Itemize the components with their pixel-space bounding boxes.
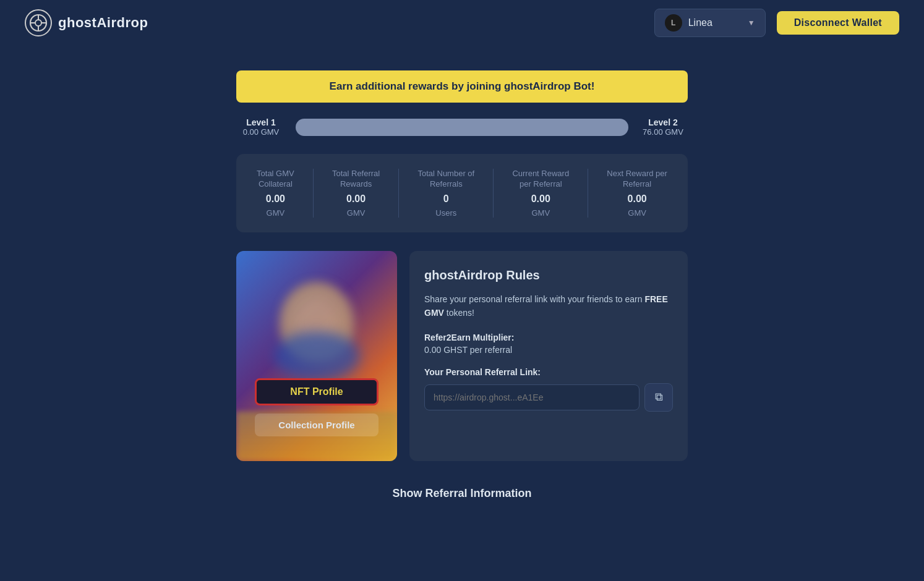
- nft-card: NFT Profile Collection Profile: [236, 251, 397, 461]
- network-avatar: L: [665, 14, 682, 32]
- stat-referral-rewards: Total ReferralRewards 0.00 GMV: [332, 169, 380, 218]
- stat-total-gmv-value: 0.00: [266, 193, 285, 205]
- divider-1: [313, 169, 314, 218]
- divider-4: [588, 169, 588, 218]
- referral-link-row: ⧉: [424, 383, 673, 412]
- logo-text: ghostAirdrop: [58, 15, 148, 31]
- stat-current-reward-label: Current Rewardper Referral: [512, 169, 569, 190]
- stat-num-referrals-label: Total Number ofReferrals: [417, 169, 474, 190]
- collection-profile-button[interactable]: Collection Profile: [255, 413, 379, 436]
- divider-3: [493, 169, 494, 218]
- stat-referral-rewards-value: 0.00: [346, 193, 366, 205]
- level2-label: Level 2 76.00 GMV: [638, 117, 688, 137]
- stat-next-reward-value: 0.00: [628, 193, 647, 205]
- stat-num-referrals-value: 0: [443, 193, 449, 205]
- rules-desc-text2: tokens!: [444, 308, 474, 318]
- logo-area: ghostAirdrop: [25, 9, 148, 36]
- stat-referral-rewards-unit: GMV: [347, 208, 366, 218]
- stat-total-gmv-label: Total GMVCollateral: [257, 169, 294, 190]
- stat-next-reward-unit: GMV: [628, 208, 646, 218]
- nft-profile-button[interactable]: NFT Profile: [255, 378, 379, 405]
- svg-point-1: [35, 20, 41, 26]
- stat-current-reward: Current Rewardper Referral 0.00 GMV: [512, 169, 569, 218]
- multiplier-label: Refer2Earn Multiplier:: [424, 333, 673, 342]
- nft-body: [273, 331, 360, 381]
- referral-link-input[interactable]: [424, 384, 640, 410]
- rules-title: ghostAirdrop Rules: [424, 268, 673, 282]
- divider-2: [398, 169, 399, 218]
- header: ghostAirdrop L Linea ▼ Disconnect Wallet: [0, 0, 924, 46]
- stat-total-gmv-unit: GMV: [267, 208, 285, 218]
- cards-area: NFT Profile Collection Profile ghostAird…: [236, 251, 688, 461]
- chevron-down-icon: ▼: [748, 19, 755, 27]
- progress-area: Level 1 0.00 GMV Level 2 76.00 GMV: [236, 117, 688, 137]
- stat-num-referrals-unit: Users: [435, 208, 456, 218]
- progress-bar: [296, 119, 628, 136]
- main-content: Earn additional rewards by joining ghost…: [0, 46, 924, 525]
- stat-current-reward-unit: GMV: [531, 208, 550, 218]
- header-right: L Linea ▼ Disconnect Wallet: [654, 9, 899, 37]
- nft-image-area: NFT Profile Collection Profile: [236, 251, 397, 461]
- network-selector[interactable]: L Linea ▼: [654, 9, 766, 37]
- stat-referral-rewards-label: Total ReferralRewards: [332, 169, 380, 190]
- stat-num-referrals: Total Number ofReferrals 0 Users: [417, 169, 474, 218]
- logo-icon: [25, 9, 52, 36]
- copy-icon: ⧉: [655, 391, 663, 404]
- stat-current-reward-value: 0.00: [531, 193, 550, 205]
- multiplier-value: 0.00 GHST per referral: [424, 345, 673, 355]
- stat-next-reward-label: Next Reward perReferral: [607, 169, 667, 190]
- rules-desc-text1: Share your personal referral link with y…: [424, 294, 644, 304]
- rules-description: Share your personal referral link with y…: [424, 292, 673, 320]
- referral-link-label: Your Personal Referral Link:: [424, 367, 673, 377]
- network-name: Linea: [688, 17, 742, 28]
- show-referral-label: Show Referral Information: [392, 487, 531, 500]
- stats-row: Total GMVCollateral 0.00 GMV Total Refer…: [236, 154, 688, 232]
- disconnect-wallet-button[interactable]: Disconnect Wallet: [777, 11, 899, 35]
- copy-link-button[interactable]: ⧉: [644, 383, 673, 412]
- rules-card: ghostAirdrop Rules Share your personal r…: [409, 251, 688, 461]
- stat-next-reward: Next Reward perReferral 0.00 GMV: [607, 169, 667, 218]
- banner: Earn additional rewards by joining ghost…: [236, 70, 688, 103]
- level1-label: Level 1 0.00 GMV: [236, 117, 286, 137]
- stat-total-gmv: Total GMVCollateral 0.00 GMV: [257, 169, 294, 218]
